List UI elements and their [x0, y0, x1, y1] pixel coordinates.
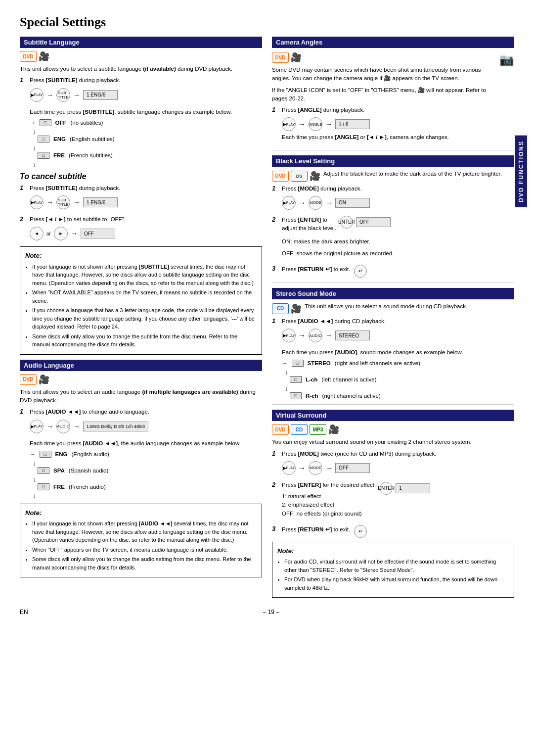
play-btn-stereo: ▶PLAY — [282, 329, 296, 342]
cancel-subtitle-section: To cancel subtitle 1 Press [SUBTITLE] du… — [20, 172, 262, 243]
subtitle-step1-diagram: ▶PLAY → SUBTITLE → 1.ENG/6 — [30, 88, 262, 102]
black-level-header: Black Level Setting — [272, 155, 514, 167]
play-btn-audio: ▶PLAY — [30, 420, 44, 433]
play-btn-vs: ▶PLAY — [282, 461, 296, 475]
vs-intro: You can enjoy virtual surround sound on … — [272, 438, 514, 446]
note3-box: Note: For audio CD, virtual surround wil… — [272, 542, 514, 598]
bl-screen2: OFF — [356, 217, 391, 227]
functions-sidebar: DVD FUNCTIONS — [514, 136, 528, 602]
subtitle-disc-icons: DVD 🎥 — [20, 51, 262, 62]
note2-box: Note: If your language is not shown afte… — [20, 504, 262, 578]
audio-dvd-icon: DVD — [20, 374, 37, 385]
audio-button-stereo: AUDIO — [309, 329, 322, 342]
audio-options-list: → □ ENG (English audio) ↓ □ SPA (Spanish… — [30, 451, 262, 500]
virtual-surround-section: Virtual Surround DVD CD MP3 🎥 You can en… — [272, 410, 514, 538]
camera-angles-section: Camera Angles DVD 🎥 Some DVD may contain… — [272, 37, 514, 145]
audio-intro: This unit allows you to select an audio … — [20, 388, 262, 405]
audio-disc-icons: DVD 🎥 — [20, 374, 262, 385]
mode-button-bl: MODE — [309, 196, 322, 210]
subtitle-button-cancel: SUBTITLE — [56, 195, 70, 209]
page-title: Special Settings — [20, 15, 514, 30]
left-arrow-btn: ◄ — [30, 227, 44, 240]
black-level-section: Black Level Setting DVD DS 🎥 Adjust the … — [272, 155, 514, 278]
subtitle-language-header: Subtitle Language — [20, 37, 262, 48]
stereo-sound-header: Stereo Sound Mode — [272, 288, 514, 299]
play-btn-angle: ▶PLAY — [282, 117, 296, 131]
return-button-bl: ↵ — [354, 265, 367, 278]
bl-dvd-icon: DVD — [272, 171, 289, 182]
play-btn-bl: ▶PLAY — [282, 196, 296, 210]
vs-screen2: 1 — [396, 483, 430, 493]
audio-button-diag: AUDIO — [56, 420, 70, 433]
vs-camera-icon: 🎥 — [328, 424, 339, 435]
mode-button-vs: MODE — [309, 461, 322, 475]
bl-ds-icon: DS — [291, 171, 308, 182]
dvd-icon: DVD — [20, 51, 37, 62]
stereo-sound-section: Stereo Sound Mode CD 🎥 This unit allows … — [272, 288, 514, 400]
camera-disc-icons: DVD 🎥 — [272, 52, 495, 63]
stereo-camera-icon: 🎥 — [291, 303, 302, 314]
vs-screen1: OFF — [335, 463, 370, 473]
audio-language-section: Audio Language DVD 🎥 This unit allows yo… — [20, 360, 262, 500]
stereo-options-list: → □ STEREO (right and left channels are … — [282, 360, 514, 399]
angle-screen: 1 / 8 — [335, 119, 370, 129]
stereo-cd-icon: CD — [272, 303, 289, 314]
subtitle-button-diagram: SUBTITLE — [56, 88, 70, 102]
footer-left: EN — [20, 609, 28, 615]
audio-camera-icon: 🎥 — [39, 374, 49, 385]
subtitle-screen: 1.ENG/6 — [83, 90, 118, 100]
camera-angle-icon: 🎥 — [291, 52, 302, 63]
camera-angles-header: Camera Angles — [272, 37, 514, 48]
vs-mp3-icon: MP3 — [310, 424, 326, 435]
vs-disc-icons: DVD CD MP3 🎥 — [272, 424, 514, 435]
dvd-functions-label: DVD FUNCTIONS — [515, 136, 527, 207]
subtitle-step1: 1 Press [SUBTITLE] during playback. ▶PLA… — [20, 76, 262, 103]
enter-button-vs: ENTER — [380, 482, 393, 495]
vs-cd-icon: CD — [291, 424, 308, 435]
stereo-screen: STEREO — [335, 331, 370, 340]
audio-language-header: Audio Language — [20, 360, 262, 371]
camera-icon: 🎥 — [39, 51, 49, 62]
audio-screen: 1.ENG Dolby D 3/2 1ch 48k/3 — [83, 422, 148, 431]
footer-center: – 19 – — [263, 609, 279, 615]
virtual-surround-header: Virtual Surround — [272, 410, 514, 421]
subtitle-intro: This unit allows you to select a subtitl… — [20, 65, 262, 73]
right-arrow-btn: ► — [54, 227, 68, 240]
cancel-screen-off: OFF — [81, 229, 115, 238]
right-column: Camera Angles DVD 🎥 Some DVD may contain… — [272, 37, 514, 602]
cancel-subtitle-heading: To cancel subtitle — [20, 172, 262, 181]
return-button-vs: ↵ — [354, 525, 367, 538]
left-column: Subtitle Language DVD 🎥 This unit allows… — [20, 37, 262, 602]
angle-button-diag: ANGLE — [309, 117, 322, 131]
note1-box: Note: If your language is not shown afte… — [20, 246, 262, 355]
subtitle-options-list: → □ OFF (no subtitles) ↓ □ ENG (English … — [30, 119, 262, 168]
bl-screen1: ON — [335, 198, 370, 208]
camera-angle-image: 📷 — [499, 51, 514, 67]
camera-dvd-icon: DVD — [272, 52, 289, 63]
enter-button-bl: ENTER — [340, 216, 353, 229]
page-footer: EN – 19 – — [20, 609, 514, 615]
bl-camera-icon: 🎥 — [310, 171, 320, 182]
cancel-screen1: 1.ENG/6 — [83, 197, 118, 207]
subtitle-language-section: Subtitle Language DVD 🎥 This unit allows… — [20, 37, 262, 168]
vs-dvd-icon: DVD — [272, 424, 289, 435]
play-button-cancel: ▶PLAY — [30, 195, 44, 209]
play-button-diagram: ▶PLAY — [30, 88, 44, 102]
